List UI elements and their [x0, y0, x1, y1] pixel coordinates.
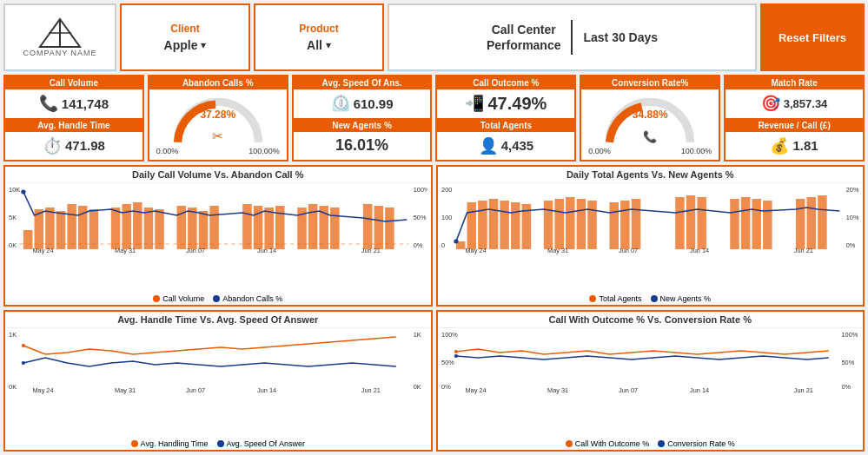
abandon-max: 100.00% [248, 147, 280, 155]
avg-speed-icon: ⏲️ [331, 94, 350, 113]
svg-text:Jun 07: Jun 07 [186, 387, 205, 394]
abandon-calls-title: Abandon Calls % [149, 76, 287, 89]
svg-rect-58 [543, 201, 553, 249]
avg-speed-title: Avg. Speed Of Ans. [294, 76, 431, 89]
svg-text:50%: 50% [414, 214, 427, 221]
svg-text:Jun 07: Jun 07 [186, 247, 205, 254]
svg-rect-24 [188, 208, 197, 249]
svg-rect-34 [330, 208, 340, 249]
abandon-gauge-svg: ✂ [149, 94, 287, 150]
svg-text:0%: 0% [845, 242, 855, 249]
chart1-body: 10K 5K 0K 100% 50% 0% [5, 183, 431, 293]
svg-rect-29 [264, 208, 274, 249]
conversion-pct: 34.88% [633, 109, 668, 121]
revenue-call-title: Revenue / Call (£) [726, 119, 863, 132]
period-label: Last 30 Days [573, 30, 668, 44]
svg-rect-67 [686, 195, 695, 249]
svg-text:Jun 21: Jun 21 [793, 387, 812, 394]
speed-agents-card: Avg. Speed Of Ans. ⏲️ 610.99 New Agents … [292, 75, 433, 162]
chart2-title: Daily Total Agents Vs. New Agents % [438, 167, 864, 183]
reset-filters-button[interactable]: Reset Filters [760, 3, 865, 71]
chart4-svg: 100% 50% 0% 100% 50% 0% May 24 May 31 Ju… [440, 330, 860, 395]
call-volume-title: Call Volume [5, 76, 142, 89]
new-agents-title: New Agents % [294, 119, 431, 132]
avg-speed-value: 610.99 [354, 96, 394, 111]
svg-rect-71 [752, 199, 761, 249]
svg-text:May 24: May 24 [32, 387, 53, 394]
svg-rect-20 [133, 202, 142, 249]
svg-point-86 [22, 344, 25, 347]
avg-handle-icon: ⏱️ [43, 136, 62, 155]
call-volume-handle-card: Call Volume 📞 141,748 Avg. Handle Time ⏱… [3, 75, 144, 162]
dashboard: COMPANY NAME Client Apple ▾ Product All … [0, 0, 868, 455]
svg-text:0: 0 [441, 242, 445, 249]
svg-text:100%: 100% [414, 187, 427, 194]
svg-text:Jun 14: Jun 14 [689, 387, 708, 394]
svg-text:10%: 10% [845, 214, 858, 221]
svg-point-100 [454, 354, 457, 358]
top-charts-row: Daily Call Volume Vs. Abandon Call % 10K… [3, 165, 865, 307]
chart4-title: Call With Outcome % Vs. Conversion Rate … [438, 312, 864, 328]
svg-rect-74 [806, 197, 816, 249]
svg-text:Jun 21: Jun 21 [361, 247, 381, 254]
abandon-min: 0.00% [156, 147, 179, 155]
chart3-legend: Avg. Handling Time Avg. Speed Of Answer [5, 438, 431, 450]
svg-rect-53 [478, 201, 487, 249]
svg-rect-75 [818, 195, 827, 249]
svg-point-76 [454, 240, 458, 244]
logo-icon [38, 17, 82, 49]
svg-text:50%: 50% [841, 359, 854, 366]
svg-rect-70 [740, 197, 750, 249]
svg-rect-56 [510, 202, 520, 249]
client-filter[interactable]: Client Apple ▾ [120, 3, 250, 71]
chart1-svg: 10K 5K 0K 100% 50% 0% [7, 185, 427, 254]
client-chevron-icon[interactable]: ▾ [201, 39, 206, 51]
product-value: All [307, 38, 322, 52]
dashboard-title: Call CenterPerformance [476, 22, 572, 53]
revenue-call-value: 1.81 [792, 138, 818, 153]
product-chevron-icon[interactable]: ▾ [326, 39, 331, 51]
revenue-call-icon: 💰 [770, 136, 789, 155]
chart2-legend: Total Agents New Agents % [438, 293, 864, 305]
svg-text:✂: ✂ [212, 129, 223, 143]
svg-rect-27 [242, 204, 252, 249]
svg-text:May 24: May 24 [465, 387, 486, 394]
bottom-charts-row: Avg. Handle Time Vs. Avg. Speed Of Answe… [3, 310, 865, 452]
svg-text:Jun 14: Jun 14 [257, 387, 276, 394]
chart2-card: Daily Total Agents Vs. New Agents % 200 … [436, 165, 865, 307]
chart2-body: 200 100 0 20% 10% 0% [438, 183, 864, 293]
svg-text:100: 100 [441, 214, 452, 221]
chart3-svg: 1K 0K 1K 0K May 24 May 31 Jun 07 Jun 14 … [7, 330, 427, 395]
chart4-card: Call With Outcome % Vs. Conversion Rate … [436, 310, 865, 452]
chart4-body: 100% 50% 0% 100% 50% 0% May 24 May 31 Ju… [438, 328, 864, 438]
svg-rect-17 [89, 209, 99, 249]
svg-rect-11 [23, 230, 33, 249]
svg-rect-22 [155, 209, 164, 249]
new-agents-value: 16.01% [335, 136, 388, 155]
svg-text:Jun 07: Jun 07 [619, 247, 638, 254]
svg-text:Jun 07: Jun 07 [619, 387, 638, 394]
svg-text:May 31: May 31 [547, 247, 568, 254]
match-rate-title: Match Rate [726, 76, 863, 89]
svg-rect-66 [675, 197, 685, 249]
svg-rect-62 [587, 201, 597, 249]
svg-rect-32 [308, 204, 318, 249]
svg-text:Jun 21: Jun 21 [793, 247, 812, 254]
svg-text:Jun 14: Jun 14 [689, 247, 708, 254]
match-revenue-card: Match Rate 🎯 3,857.34 Revenue / Call (£)… [724, 75, 865, 162]
svg-rect-64 [620, 201, 630, 249]
product-label: Product [299, 23, 338, 35]
product-filter[interactable]: Product All ▾ [254, 3, 384, 71]
svg-rect-65 [631, 199, 640, 249]
chart1-card: Daily Call Volume Vs. Abandon Call % 10K… [3, 165, 433, 307]
outcome-agents-card: Call Outcome % 📲 47.49% Total Agents 👤 4… [435, 75, 576, 162]
svg-text:50%: 50% [441, 359, 454, 366]
svg-rect-18 [111, 208, 121, 249]
svg-rect-72 [763, 201, 772, 249]
chart1-legend: Call Volume Abandon Calls % [5, 293, 431, 305]
svg-text:0K: 0K [414, 384, 421, 391]
match-rate-value: 3,857.34 [784, 97, 828, 110]
abandon-pct: 37.28% [200, 109, 235, 121]
call-outcome-value: 47.49% [487, 94, 547, 114]
company-name: COMPANY NAME [23, 49, 96, 57]
